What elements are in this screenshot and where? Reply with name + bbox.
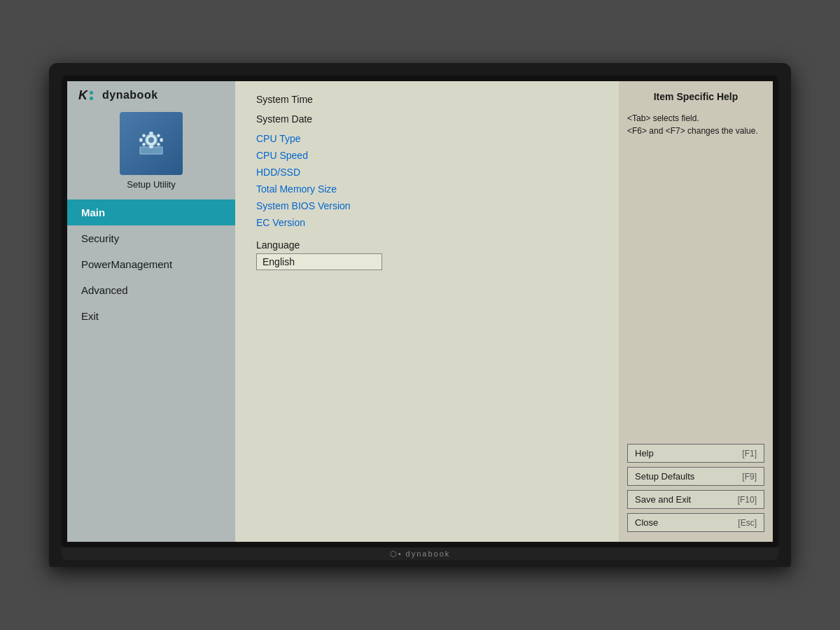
language-field: Language English [256, 239, 598, 270]
brand-dots [90, 91, 93, 100]
action-buttons: Help [F1] Setup Defaults [F9] Save and E… [627, 444, 764, 532]
help-button[interactable]: Help [F1] [627, 444, 764, 463]
close-button-key: [Esc] [738, 518, 757, 528]
setup-utility-label: Setup Utility [127, 179, 175, 190]
main-content: System Time System Date CPU Type CPU Spe… [235, 81, 619, 542]
language-label: Language [256, 239, 598, 251]
svg-rect-7 [160, 139, 163, 142]
nav-menu: Main Security PowerManagement Advanced E… [67, 200, 235, 329]
setup-icon-svg [134, 126, 169, 161]
system-date-field[interactable]: System Date [256, 113, 598, 125]
help-button-key: [F1] [742, 449, 757, 458]
sidebar-item-advanced[interactable]: Advanced [67, 277, 235, 303]
brand-name: dynabook [102, 89, 158, 102]
brand-dot-2 [90, 97, 93, 100]
setup-defaults-button[interactable]: Setup Defaults [F9] [627, 467, 764, 486]
svg-rect-9 [156, 134, 160, 138]
sidebar-item-main[interactable]: Main [67, 200, 235, 225]
save-and-exit-label: Save and Exit [635, 494, 691, 505]
svg-rect-11 [142, 142, 146, 146]
laptop-brand-bottom: ⬡• dynabook [390, 550, 451, 559]
svg-point-3 [148, 137, 154, 143]
sidebar: K dynabook [67, 81, 235, 542]
help-button-label: Help [635, 448, 654, 458]
sidebar-item-security[interactable]: Security [67, 225, 235, 251]
brand-icon: K [78, 88, 98, 102]
laptop-bottom: ⬡• dynabook [62, 547, 778, 560]
laptop-outer: K dynabook [49, 63, 791, 567]
help-panel-text: <Tab> selects field. <F6> and <F7> chang… [627, 112, 764, 137]
brand-logo: K dynabook [67, 88, 158, 102]
cpu-type-field[interactable]: CPU Type [256, 133, 598, 144]
svg-rect-10 [156, 142, 160, 146]
right-panel: Item Specific Help <Tab> selects field. … [619, 81, 773, 542]
cpu-speed-field[interactable]: CPU Speed [256, 150, 598, 161]
svg-rect-5 [150, 146, 153, 148]
svg-rect-8 [142, 134, 146, 138]
save-and-exit-button[interactable]: Save and Exit [F10] [627, 490, 764, 509]
system-time-field[interactable]: System Time [256, 94, 598, 105]
ec-version-field[interactable]: EC Version [256, 217, 598, 228]
hdd-ssd-field[interactable]: HDD/SSD [256, 167, 598, 178]
language-select[interactable]: English [256, 253, 382, 270]
setup-defaults-label: Setup Defaults [635, 471, 694, 482]
brand-dot-1 [90, 91, 93, 94]
help-panel-title: Item Specific Help [627, 91, 764, 102]
system-bios-version-field[interactable]: System BIOS Version [256, 200, 598, 211]
screen: K dynabook [67, 81, 773, 542]
svg-rect-1 [141, 148, 162, 153]
setup-defaults-key: [F9] [742, 472, 757, 482]
sidebar-item-power-management[interactable]: PowerManagement [67, 251, 235, 277]
close-button-label: Close [635, 517, 658, 528]
close-button[interactable]: Close [Esc] [627, 513, 764, 532]
total-memory-size-field[interactable]: Total Memory Size [256, 183, 598, 195]
sidebar-item-exit[interactable]: Exit [67, 303, 235, 329]
brand-k-letter: K [78, 88, 88, 103]
screen-bezel: K dynabook [62, 76, 778, 547]
setup-icon-container [120, 112, 183, 175]
svg-rect-4 [150, 132, 153, 134]
save-and-exit-key: [F10] [738, 495, 757, 505]
svg-rect-6 [139, 139, 142, 142]
